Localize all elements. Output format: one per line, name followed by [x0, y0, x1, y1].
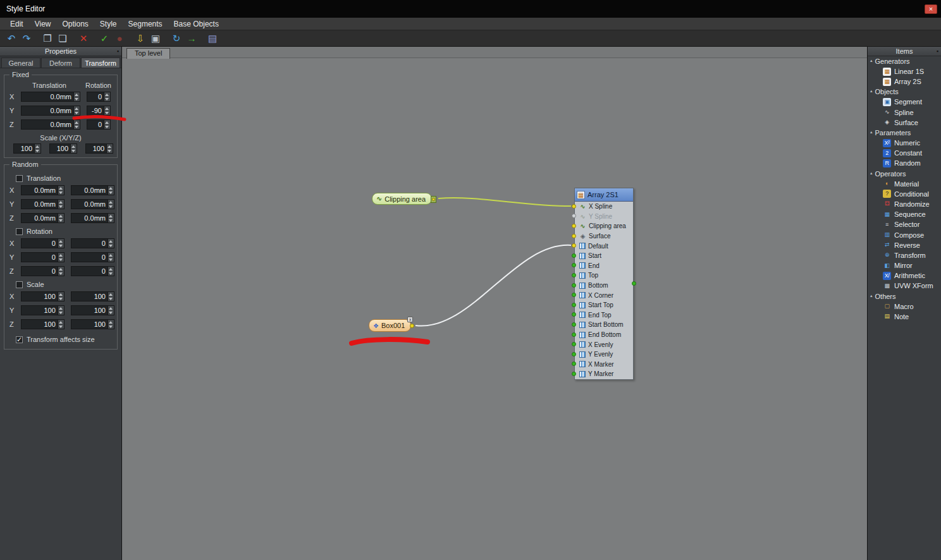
scale-field[interactable]: 100	[49, 143, 77, 154]
array-output-connector[interactable]	[632, 281, 636, 286]
array-slot[interactable]: Bottom	[575, 281, 633, 291]
translation-field[interactable]: 0.0mm	[21, 92, 80, 102]
library-icon[interactable]: ▤	[205, 31, 220, 46]
spin-up-button[interactable]	[108, 214, 114, 218]
item[interactable]: ? Conditional	[868, 189, 941, 199]
tab-general[interactable]: General	[1, 58, 40, 68]
panel-pin-icon[interactable]: ▪	[937, 48, 938, 55]
item[interactable]: X/ Arithmetic	[868, 271, 941, 281]
array-slot[interactable]: Surface	[575, 231, 633, 241]
spin-up-button[interactable]	[58, 253, 64, 257]
array-slot[interactable]: Start Bottom	[575, 320, 633, 330]
spin-down-button[interactable]	[108, 190, 114, 195]
spin-down-button[interactable]	[108, 324, 114, 329]
item[interactable]: X² Numeric	[868, 138, 941, 148]
spin-down-button[interactable]	[108, 257, 114, 262]
spin-down-button[interactable]	[71, 149, 77, 153]
random-max-field[interactable]: 0.0mm	[71, 185, 114, 195]
input-connector[interactable]	[572, 283, 576, 288]
item[interactable]: ▤ Note	[868, 312, 941, 322]
input-connector[interactable]	[572, 253, 576, 258]
spin-up-button[interactable]	[58, 306, 64, 310]
random-max-field[interactable]: 100	[71, 291, 114, 301]
spin-down-button[interactable]	[108, 296, 114, 301]
rotation-checkbox[interactable]	[16, 228, 23, 235]
spin-down-button[interactable]	[58, 271, 64, 276]
paste-icon[interactable]: ❏	[55, 31, 70, 46]
input-connector[interactable]	[572, 332, 576, 337]
spin-up-button[interactable]	[108, 253, 114, 257]
spin-down-button[interactable]	[58, 218, 64, 222]
spin-up-button[interactable]	[108, 292, 114, 296]
node-badge[interactable]: x	[407, 317, 413, 322]
array-slot[interactable]: End Bottom	[575, 330, 633, 340]
spin-up-button[interactable]	[58, 239, 64, 243]
spin-up-button[interactable]	[108, 186, 114, 190]
item[interactable]: ◧ Mirror	[868, 260, 941, 271]
array-slot[interactable]: Start Top	[575, 300, 633, 310]
input-connector[interactable]	[572, 273, 576, 277]
spin-down-button[interactable]	[108, 243, 114, 248]
tab-top-level[interactable]: Top level	[126, 48, 170, 59]
input-connector[interactable]	[572, 352, 576, 356]
item[interactable]: ⊕ Transform	[868, 250, 941, 260]
spin-down-button[interactable]	[107, 149, 113, 153]
check-update-icon[interactable]: ✓	[97, 31, 112, 46]
scale-field[interactable]: 100	[85, 143, 113, 154]
menu-item[interactable]: Edit	[4, 20, 29, 28]
node-array-2s1[interactable]: ▦ Array 2S1 X Spline	[574, 188, 634, 380]
spin-up-button[interactable]	[58, 214, 64, 218]
spin-down-button[interactable]	[58, 204, 64, 209]
spin-down-button[interactable]	[58, 257, 64, 262]
item[interactable]: ≡ Selector	[868, 219, 941, 229]
menu-item[interactable]: View	[29, 20, 57, 28]
spin-down-button[interactable]	[58, 310, 64, 315]
random-max-field[interactable]: 0	[71, 252, 114, 262]
array-slot[interactable]: Y Marker	[575, 369, 633, 379]
input-connector[interactable]	[572, 263, 576, 267]
spin-down-button[interactable]	[74, 125, 80, 129]
menu-item[interactable]: Options	[56, 20, 94, 28]
translation-field[interactable]: 0.0mm	[21, 106, 80, 116]
input-connector[interactable]	[572, 372, 576, 376]
scale-checkbox[interactable]	[16, 281, 23, 288]
random-min-field[interactable]: 0	[21, 238, 65, 248]
item[interactable]: ▣ Segment	[868, 97, 941, 107]
group-header-objects[interactable]: Objects	[868, 87, 941, 97]
random-max-field[interactable]: 100	[71, 319, 114, 329]
panel-pin-icon[interactable]: ▪	[117, 48, 119, 55]
scale-field[interactable]: 100	[13, 143, 41, 154]
array-slot[interactable]: Y Spline	[575, 212, 633, 222]
input-connector[interactable]	[572, 243, 576, 248]
spin-up-button[interactable]	[58, 186, 64, 190]
delete-icon[interactable]: ✕	[76, 31, 91, 46]
spin-up-button[interactable]	[74, 106, 80, 111]
spin-up-button[interactable]	[104, 106, 110, 111]
item[interactable]: ▢ Macro	[868, 301, 941, 312]
input-connector[interactable]	[572, 204, 576, 209]
item[interactable]: ⚃ Randomize	[868, 199, 941, 209]
spin-down-button[interactable]	[58, 190, 64, 195]
menu-item[interactable]: Base Objects	[168, 20, 224, 28]
rotation-field[interactable]: 0	[87, 119, 111, 130]
input-connector[interactable]	[572, 312, 576, 317]
array-slot[interactable]: Clipping area	[575, 221, 633, 231]
tab-deform[interactable]: Deform	[41, 58, 80, 68]
spin-up-button[interactable]	[104, 92, 110, 97]
node-clipping-area[interactable]: ∿ Clipping area	[372, 193, 432, 205]
spin-down-button[interactable]	[104, 97, 110, 101]
input-connector[interactable]	[572, 303, 576, 307]
spin-up-button[interactable]	[58, 267, 64, 271]
array-slot[interactable]: End	[575, 261, 633, 271]
random-min-field[interactable]: 0	[21, 266, 65, 276]
spin-up-button[interactable]	[71, 144, 77, 149]
filter-icon[interactable]: ⇩	[133, 31, 148, 46]
spin-up-button[interactable]	[107, 144, 113, 149]
close-icon[interactable]: ×	[925, 4, 937, 14]
spin-down-button[interactable]	[104, 125, 110, 129]
spin-up-button[interactable]	[58, 292, 64, 296]
random-min-field[interactable]: 100	[21, 305, 65, 315]
random-min-field[interactable]: 100	[21, 291, 65, 301]
item[interactable]: ▦ Linear 1S	[868, 66, 941, 76]
random-min-field[interactable]: 100	[21, 319, 65, 329]
